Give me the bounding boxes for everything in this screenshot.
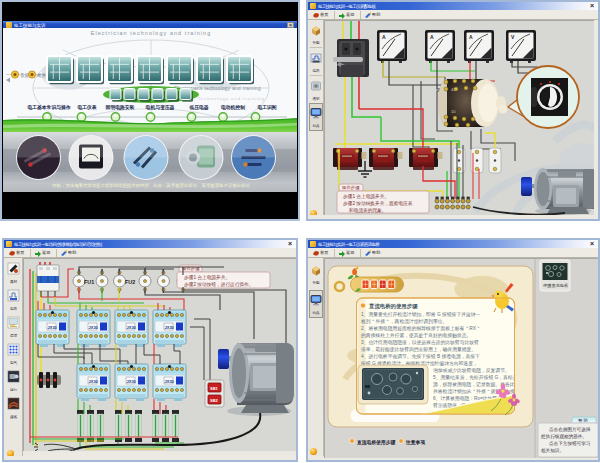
svg-text:步骤2 按动按钮，进行运行操作。: 步骤2 按动按钮，进行运行操作。 (184, 281, 254, 288)
svg-text:JX30: JX30 (89, 325, 99, 330)
svg-text:直流电桥的使用步骤: 直流电桥的使用步骤 (368, 303, 418, 310)
svg-text:3、估计待测电阻阻值，以便选择合适的比较臂与比较臂: 3、估计待测电阻阻值，以便选择合适的比较臂与比较臂 (361, 339, 479, 346)
svg-text:照明电路安装: 照明电路安装 (106, 104, 135, 111)
svg-text:JX30: JX30 (127, 325, 137, 330)
svg-text:音乐: 音乐 (20, 73, 29, 78)
svg-text:并将检流计锁扣从＂外接＂拨到＂内接＂。: 并将检流计锁扣从＂外接＂拨到＂内接＂。 (433, 388, 524, 395)
svg-text:1、测量要先打开检流计锁扣，即将 G 按钮按下并旋转一: 1、测量要先打开检流计锁扣，即将 G 按钮按下并旋转一 (361, 311, 481, 318)
svg-text:步骤2 按动转换开关，观察电压表: 步骤2 按动转换开关，观察电压表 (343, 200, 413, 207)
svg-text:SB1: SB1 (210, 386, 219, 391)
svg-text:点击下方按钮可学习: 点击下方按钮可学习 (549, 440, 590, 447)
svg-text:注意事项: 注意事项 (405, 439, 425, 446)
svg-text:电工识图: 电工识图 (257, 104, 276, 111)
svg-text:4、进行电桥平衡调节。先按下按钮 B 接通电源，再按下: 4、进行电桥平衡调节。先按下按钮 B 接通电源，再按下 (361, 353, 480, 360)
svg-text:2、将被测电阻用短而粗的铜导线接于面板上标有＂RX＂: 2、将被测电阻用短而粗的铜导线接于面板上标有＂RX＂ (361, 325, 481, 332)
svg-text:FU1: FU1 (84, 279, 94, 285)
svg-text:Electrician technology and tra: Electrician technology and training (91, 30, 212, 36)
svg-text:A: A (430, 34, 434, 40)
svg-text:操作步骤: 操作步骤 (341, 185, 360, 190)
svg-text:电工仪表: 电工仪表 (77, 104, 96, 111)
svg-text:FU2: FU2 (125, 279, 135, 285)
svg-text:倍率，最好能使比较臂四挡全部用上，确保测量精度。: 倍率，最好能使比较臂四挡全部用上，确保测量精度。 (360, 346, 476, 353)
svg-text:低压电器: 低压电器 (188, 104, 208, 111)
svg-text:相关知识。: 相关知识。 (541, 448, 564, 453)
svg-text:JX30: JX30 (48, 325, 58, 330)
svg-text:想执行细观察的器件。: 想执行细观察的器件。 (540, 433, 587, 440)
svg-text:帮 助: 帮 助 (578, 418, 588, 423)
svg-text:JX30: JX30 (127, 379, 137, 384)
svg-text:A: A (382, 34, 386, 40)
svg-text:JX30: JX30 (89, 379, 99, 384)
svg-text:步骤1 合上电源开关。: 步骤1 合上电源开关。 (343, 193, 389, 200)
svg-text:42: 42 (451, 87, 456, 92)
svg-text:点击右侧图片可选择: 点击右侧图片可选择 (549, 426, 591, 433)
svg-text:步骤1 合上电源开关。: 步骤1 合上电源开关。 (184, 274, 230, 281)
svg-text:10: 10 (451, 109, 456, 114)
svg-text:和电流表的现象。: 和电流表的现象。 (349, 207, 387, 214)
svg-text:直流电桥使用步骤: 直流电桥使用步骤 (356, 439, 396, 446)
svg-text:电工基本常识与操作: 电工基本常识与操作 (27, 104, 70, 111)
svg-text:格到＂外接＂，两检流计指针调到零位。: 格到＂外接＂，两检流计指针调到零位。 (361, 318, 447, 325)
svg-text:增加或减少比较臂电阻，反复调节。: 增加或减少比较臂电阻，反复调节。 (432, 367, 510, 374)
svg-text:JX30: JX30 (165, 379, 175, 384)
svg-text:电动机控制: 电动机控制 (221, 104, 245, 111)
svg-text:JX30: JX30 (165, 325, 175, 330)
svg-text:电机与变压器: 电机与变压器 (146, 104, 175, 111)
svg-text:A: A (469, 34, 473, 40)
svg-text:的两接线柱上并拧紧，使其处于良好的电接触状态。: 的两接线柱上并拧紧，使其处于良好的电接触状态。 (361, 332, 471, 339)
svg-text:SB2: SB2 (210, 398, 219, 403)
